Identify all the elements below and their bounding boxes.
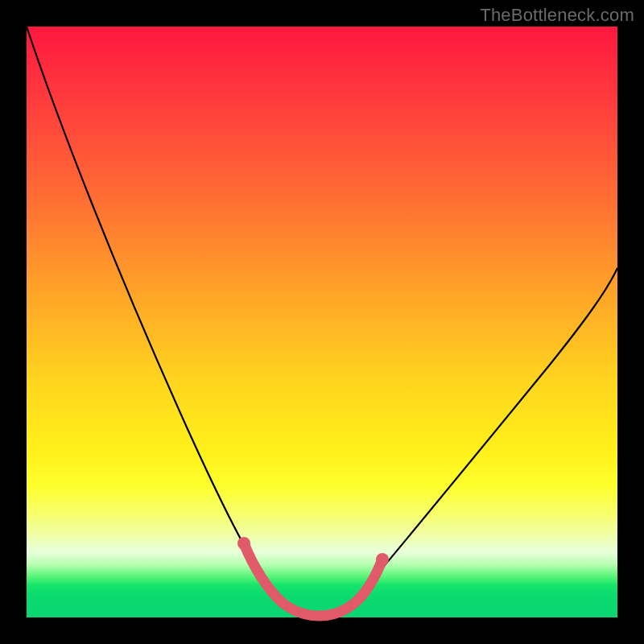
- plot-area: [27, 27, 617, 617]
- chart-frame: TheBottleneck.com: [0, 0, 644, 644]
- highlight-end-right: [376, 553, 389, 566]
- highlight-end-left: [237, 537, 250, 550]
- optimal-band-highlight: [244, 543, 382, 616]
- curve-layer: [27, 27, 617, 617]
- watermark-text: TheBottleneck.com: [480, 5, 634, 26]
- bottleneck-curve: [27, 27, 617, 615]
